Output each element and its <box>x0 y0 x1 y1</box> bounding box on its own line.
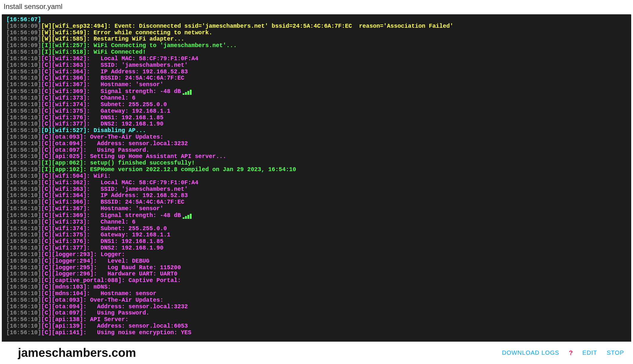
log-line: [16:56:10][D][wifi:527]: Disabling AP... <box>6 128 627 134</box>
log-line: [16:56:10][C][ota:097]: Using Password. <box>6 147 627 154</box>
log-line: [16:56:09][W][wifi:549]: Error while con… <box>6 30 627 36</box>
stop-button[interactable]: STOP <box>607 349 624 356</box>
log-line: [16:56:09][I][wifi:257]: WiFi Connecting… <box>6 43 627 49</box>
log-line: [16:56:10][C][logger:293]: Logger: <box>6 252 627 258</box>
edit-button[interactable]: EDIT <box>582 349 597 356</box>
log-line: [16:56:10][C][api:025]: Setting up Home … <box>6 154 627 160</box>
log-line: [16:56:10][C][logger:294]: Level: DEBUG <box>6 258 627 265</box>
log-line: [16:56:10][C][mdns:104]: Hostname: senso… <box>6 291 627 297</box>
log-line: [16:56:10][C][captive_portal:088]: Capti… <box>6 278 627 284</box>
log-line: [16:56:10][C][wifi:364]: IP Address: 192… <box>6 193 627 199</box>
log-line: [16:56:10][C][wifi:375]: Gateway: 192.16… <box>6 232 627 238</box>
log-line: [16:56:10][C][wifi:504]: WiFi: <box>6 173 627 180</box>
log-line: [16:56:10][C][wifi:377]: DNS2: 192.168.1… <box>6 121 627 128</box>
download-logs-button[interactable]: DOWNLOAD LOGS <box>502 349 559 356</box>
log-line: [16:56:10][C][ota:094]: Address: sensor.… <box>6 304 627 310</box>
log-line: [16:56:10][C][wifi:376]: DNS1: 192.168.1… <box>6 115 627 121</box>
log-line: [16:56:10][C][wifi:374]: Subnet: 255.255… <box>6 102 627 108</box>
dialog-title: Install sensor.yaml <box>0 0 633 13</box>
log-line: [16:56:10][C][api:141]: Using noise encr… <box>6 330 627 336</box>
log-line: [16:56:10][C][ota:093]: Over-The-Air Upd… <box>6 134 627 141</box>
log-line: [16:56:10][C][wifi:373]: Channel: 6 <box>6 219 627 226</box>
log-line: [16:56:10][C][wifi:376]: DNS1: 192.168.1… <box>6 238 627 245</box>
log-line: [16:56:10][C][wifi:377]: DNS2: 192.168.1… <box>6 245 627 252</box>
log-line: [16:56:10][C][wifi:373]: Channel: 6 <box>6 95 627 102</box>
log-line: [16:56:10][C][wifi:363]: SSID: 'jamescha… <box>6 62 627 69</box>
help-icon[interactable]: ? <box>569 349 573 357</box>
log-line: [16:56:10][I][app:062]: setup() finished… <box>6 160 627 167</box>
log-line: [16:56:10][C][wifi:363]: SSID: 'jamescha… <box>6 186 627 193</box>
log-line: [16:56:10][C][logger:296]: Hardware UART… <box>6 271 627 278</box>
log-line: [16:56:10][C][wifi:366]: BSSID: 24:5A:4C… <box>6 199 627 206</box>
log-line: [16:56:10][I][app:102]: ESPHome version … <box>6 167 627 173</box>
log-line: [16:56:10][C][logger:295]: Log Baud Rate… <box>6 265 627 271</box>
log-line: [16:56:10][C][wifi:369]: Signal strength… <box>6 212 627 219</box>
log-line: [16:56:09][W][wifi_esp32:494]: Event: Di… <box>6 23 627 30</box>
brand-text: jameschambers.com <box>18 346 136 360</box>
log-line: [16:56:10][C][wifi:362]: Local MAC: 58:C… <box>6 180 627 186</box>
footer-bar: jameschambers.com DOWNLOAD LOGS ? EDIT S… <box>0 342 633 364</box>
log-line: [16:56:10][I][wifi:518]: WiFi Connected! <box>6 49 627 56</box>
log-line: [16:56:10][C][api:139]: Address: sensor.… <box>6 323 627 330</box>
log-line: [16:56:10][C][wifi:362]: Local MAC: 58:C… <box>6 56 627 62</box>
log-line: [16:56:10][C][ota:094]: Address: sensor.… <box>6 141 627 147</box>
log-line: [16:56:10][C][api:138]: API Server: <box>6 317 627 323</box>
log-line: [16:56:10][C][wifi:375]: Gateway: 192.16… <box>6 108 627 115</box>
footer-actions: DOWNLOAD LOGS ? EDIT STOP <box>502 349 624 357</box>
log-line: [16:56:10][C][wifi:366]: BSSID: 24:5A:4C… <box>6 75 627 82</box>
log-line: [16:56:07] <box>6 17 627 23</box>
log-line: [16:56:10][C][wifi:367]: Hostname: 'sens… <box>6 82 627 88</box>
log-line: [16:56:09][W][wifi:585]: Restarting WiFi… <box>6 36 627 43</box>
log-line: [16:56:10][C][wifi:367]: Hostname: 'sens… <box>6 206 627 212</box>
log-line: [16:56:10][C][wifi:364]: IP Address: 192… <box>6 69 627 75</box>
log-line: [16:56:10][C][ota:097]: Using Password. <box>6 310 627 317</box>
log-line: [16:56:10][C][ota:093]: Over-The-Air Upd… <box>6 297 627 304</box>
log-output[interactable]: [16:56:07][16:56:09][W][wifi_esp32:494]:… <box>2 14 631 343</box>
signal-strength-icon <box>183 212 192 219</box>
log-line: [16:56:10][C][wifi:369]: Signal strength… <box>6 88 627 95</box>
signal-strength-icon <box>183 88 192 95</box>
log-line: [16:56:10][C][wifi:374]: Subnet: 255.255… <box>6 226 627 232</box>
log-line: [16:56:10][C][mdns:103]: mDNS: <box>6 284 627 291</box>
